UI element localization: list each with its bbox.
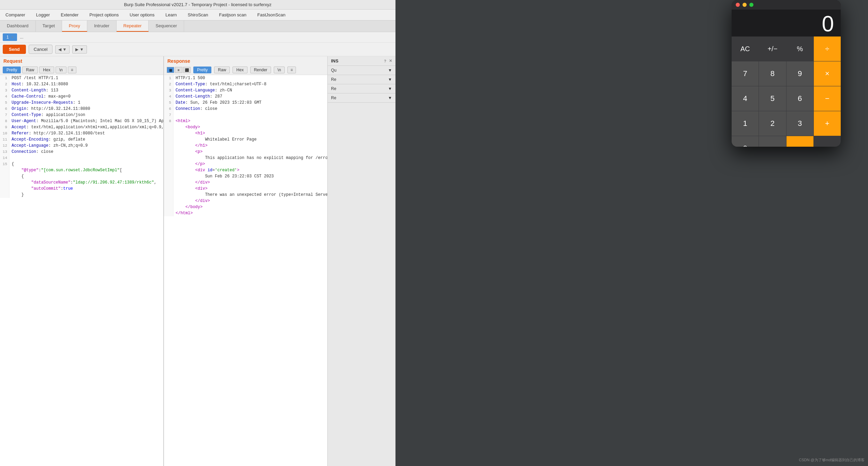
calc-divide-button[interactable]: ÷	[814, 37, 841, 61]
inspector-re2-label: Re	[331, 86, 336, 91]
calc-ac-button[interactable]: AC	[732, 37, 759, 61]
resp-line-8: 8 <html>	[164, 118, 327, 124]
tab-repeater[interactable]: Repeater	[117, 20, 149, 32]
calc-sign-button[interactable]: +/−	[759, 37, 786, 61]
view-horiz-btn[interactable]: ≡	[175, 67, 182, 73]
request-tab-1[interactable]: 1 ×	[3, 33, 17, 41]
calc-5-button[interactable]: 5	[759, 86, 786, 111]
tab-ellipsis: ...	[18, 35, 25, 40]
req-line-9: 9 Accept: text/html,application/xhtml+xm…	[0, 124, 163, 130]
tab-sequencer[interactable]: Sequencer	[149, 20, 184, 32]
req-line-2: 2 Host: 10.32.124.11:8080	[0, 81, 163, 87]
resp-line-3: 3 Content-Language: zh-CN	[164, 87, 327, 93]
menu-fastjsonscan[interactable]: FastJsonScan	[252, 10, 291, 19]
req-hex-btn[interactable]: Hex	[39, 67, 54, 73]
inspector-close-icon[interactable]: ✕	[389, 59, 392, 63]
inspector-help-icon[interactable]: ?	[384, 59, 386, 63]
menu-fastjson-scan[interactable]: Fastjson scan	[214, 10, 252, 19]
inspector-re3-arrow: ▼	[388, 96, 392, 100]
calc-3-button[interactable]: 3	[787, 111, 813, 136]
cancel-button[interactable]: Cancel	[29, 45, 53, 54]
resp-line-div2: <div>	[164, 186, 327, 192]
inspector-qu-arrow: ▼	[388, 68, 392, 73]
title-bar: Burp Suite Professional v2021.7 - Tempor…	[0, 0, 395, 10]
req-newline-btn[interactable]: \n	[56, 67, 66, 73]
calc-2-button[interactable]: 2	[759, 111, 786, 136]
resp-hex-btn[interactable]: Hex	[233, 67, 247, 73]
resp-line-error-text: There was an unexpected error (type=Inte…	[164, 192, 327, 198]
req-line-json-2: {	[0, 173, 163, 179]
view-vert-btn[interactable]: ⬛	[183, 67, 191, 73]
resp-line-7: 7	[164, 112, 327, 118]
resp-newline-btn[interactable]: \n	[274, 67, 285, 73]
menu-comparer[interactable]: Comparer	[0, 10, 31, 19]
menu-logger[interactable]: Logger	[31, 10, 55, 19]
inspector-qu-label: Qu	[331, 68, 336, 73]
next-button[interactable]: ▶ ▼	[72, 45, 87, 54]
request-tabs-row: 1 × ...	[0, 32, 395, 43]
inspector-section-re3[interactable]: Re ▼	[328, 93, 395, 103]
calc-7-button[interactable]: 7	[732, 61, 759, 86]
req-line-7: 7 Content-Type: application/json	[0, 112, 163, 118]
resp-line-p: <p>	[164, 149, 327, 155]
menu-learn[interactable]: Learn	[160, 10, 182, 19]
tab-dashboard[interactable]: Dashboard	[0, 20, 36, 32]
req-line-json-4: "autoCommit":true	[0, 186, 163, 192]
calc-close-dot[interactable]	[736, 3, 740, 7]
inspector-section-re1[interactable]: Re ▼	[328, 75, 395, 84]
inspector-re1-label: Re	[331, 77, 336, 82]
resp-menu-btn[interactable]: ≡	[287, 67, 296, 73]
resp-line-2: 2 Content-Type: text/html;charset=UTF-8	[164, 81, 327, 87]
resp-line-5: 5 Date: Sun, 26 Feb 2023 15:22:03 GMT	[164, 100, 327, 106]
calc-6-button[interactable]: 6	[787, 86, 813, 111]
calc-minimize-dot[interactable]	[743, 3, 747, 7]
req-line-3: 3 Content-Length: 113	[0, 87, 163, 93]
resp-line-div2-close: </div>	[164, 198, 327, 204]
calc-9-button[interactable]: 9	[787, 61, 813, 86]
calc-add-button[interactable]: +	[814, 111, 841, 136]
view-split-btn[interactable]: ▦	[167, 67, 174, 73]
resp-line-body-close: </body>	[164, 204, 327, 210]
calc-equals-button[interactable]: =	[787, 136, 813, 147]
tab-target[interactable]: Target	[36, 20, 62, 32]
calc-maximize-dot[interactable]	[749, 3, 753, 7]
req-line-json-1: "@type":"[com.sun.rowset.JdbcRowSetImpl"…	[0, 167, 163, 173]
menu-project-options[interactable]: Project options	[84, 10, 124, 19]
response-panel: Response ▦ ≡ ⬛ Pretty Raw Hex Render \n …	[164, 56, 327, 466]
calc-8-button[interactable]: 8	[759, 61, 786, 86]
calc-4-button[interactable]: 4	[732, 86, 759, 111]
req-line-1: 1 POST /test HTTP/1.1	[0, 75, 163, 81]
resp-pretty-btn[interactable]: Pretty	[193, 67, 211, 73]
tab-proxy[interactable]: Proxy	[62, 20, 87, 32]
menu-user-options[interactable]: User options	[124, 10, 160, 19]
req-raw-btn[interactable]: Raw	[22, 67, 38, 73]
calc-buttons: AC +/− % ÷ 7 8 9 × 4 5 6 − 1 2 3 + 0 . =	[732, 37, 841, 147]
resp-line-p-text: This application has no explicit mapping…	[164, 155, 327, 161]
calc-decimal-button[interactable]: .	[759, 136, 786, 147]
calc-multiply-button[interactable]: ×	[814, 61, 841, 86]
calc-display: 0	[732, 10, 841, 37]
calc-percent-button[interactable]: %	[787, 37, 813, 61]
calc-0-button[interactable]: 0	[732, 136, 759, 147]
prev-button[interactable]: ◀ ▼	[55, 45, 70, 54]
inspector-section-re2[interactable]: Re ▼	[328, 84, 395, 93]
request-code-area[interactable]: 1 POST /test HTTP/1.1 2 Host: 10.32.124.…	[0, 75, 163, 466]
inspector-section-qu[interactable]: Qu ▼	[328, 66, 395, 75]
req-line-6: 6 Origin: http://10.32.124.11:8080	[0, 106, 163, 112]
tab-1-close[interactable]: ×	[11, 35, 13, 39]
req-pretty-btn[interactable]: Pretty	[3, 67, 21, 73]
menu-shiroscan[interactable]: ShiroScan	[182, 10, 214, 19]
response-code-area[interactable]: 1 HTTP/1.1 500 2 Content-Type: text/html…	[164, 75, 327, 466]
req-menu-btn[interactable]: ≡	[68, 67, 76, 73]
send-button[interactable]: Send	[3, 45, 26, 54]
inspector-re2-arrow: ▼	[388, 86, 392, 91]
resp-raw-btn[interactable]: Raw	[214, 67, 230, 73]
menu-extender[interactable]: Extender	[55, 10, 84, 19]
calc-subtract-button[interactable]: −	[814, 86, 841, 111]
inspector-re1-arrow: ▼	[388, 77, 392, 82]
req-line-json-3: "dataSourceName":"ldap://91.206.92.47:13…	[0, 179, 163, 186]
resp-render-btn[interactable]: Render	[250, 67, 271, 73]
calc-1-button[interactable]: 1	[732, 111, 759, 136]
tab-intruder[interactable]: Intruder	[87, 20, 117, 32]
resp-line-html-close: </html>	[164, 210, 327, 216]
